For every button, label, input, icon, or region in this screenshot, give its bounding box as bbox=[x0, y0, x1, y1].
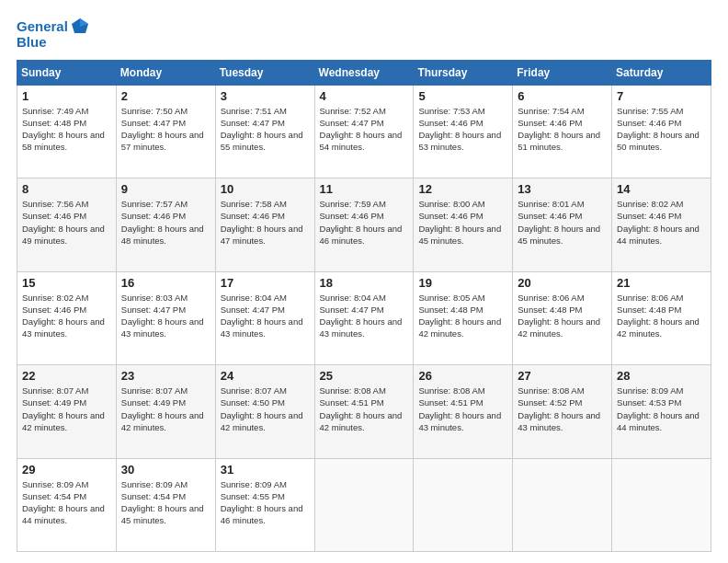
week-row-4: 22Sunrise: 8:07 AMSunset: 4:49 PMDayligh… bbox=[17, 365, 711, 459]
day-detail: Sunrise: 7:57 AMSunset: 4:46 PMDaylight:… bbox=[121, 198, 210, 247]
day-number: 28 bbox=[617, 369, 706, 383]
header: General Blue bbox=[17, 17, 711, 51]
day-number: 21 bbox=[617, 276, 706, 290]
calendar-cell: 23Sunrise: 8:07 AMSunset: 4:49 PMDayligh… bbox=[116, 365, 215, 459]
logo: General Blue bbox=[17, 17, 90, 51]
calendar-cell: 12Sunrise: 8:00 AMSunset: 4:46 PMDayligh… bbox=[414, 178, 513, 272]
day-number: 31 bbox=[221, 463, 310, 477]
calendar-cell: 18Sunrise: 8:04 AMSunset: 4:47 PMDayligh… bbox=[314, 271, 414, 365]
calendar-cell bbox=[513, 458, 612, 552]
calendar-cell bbox=[612, 458, 711, 552]
calendar-cell: 10Sunrise: 7:58 AMSunset: 4:46 PMDayligh… bbox=[215, 178, 314, 272]
day-number: 24 bbox=[221, 369, 310, 383]
calendar-cell: 13Sunrise: 8:01 AMSunset: 4:46 PMDayligh… bbox=[513, 178, 612, 272]
day-number: 15 bbox=[22, 276, 111, 290]
day-detail: Sunrise: 8:09 AMSunset: 4:54 PMDaylight:… bbox=[22, 478, 111, 527]
day-detail: Sunrise: 8:09 AMSunset: 4:55 PMDaylight:… bbox=[221, 478, 310, 527]
logo-text: General bbox=[17, 19, 68, 35]
day-number: 18 bbox=[320, 276, 409, 290]
calendar-page: General Blue SundayMondayTuesdayWednesda… bbox=[0, 0, 728, 563]
weekday-thursday: Thursday bbox=[414, 60, 513, 85]
day-number: 8 bbox=[22, 182, 111, 196]
logo-flag-icon bbox=[70, 17, 90, 37]
day-detail: Sunrise: 8:04 AMSunset: 4:47 PMDaylight:… bbox=[320, 292, 409, 340]
calendar-cell: 6Sunrise: 7:54 AMSunset: 4:46 PMDaylight… bbox=[513, 85, 612, 178]
day-detail: Sunrise: 8:06 AMSunset: 4:48 PMDaylight:… bbox=[617, 292, 706, 340]
weekday-header-row: SundayMondayTuesdayWednesdayThursdayFrid… bbox=[17, 60, 711, 85]
day-number: 25 bbox=[320, 369, 409, 383]
day-number: 26 bbox=[418, 369, 507, 383]
calendar-cell bbox=[414, 458, 513, 552]
calendar-cell: 19Sunrise: 8:05 AMSunset: 4:48 PMDayligh… bbox=[414, 271, 513, 365]
day-number: 4 bbox=[320, 89, 409, 103]
day-detail: Sunrise: 8:01 AMSunset: 4:46 PMDaylight:… bbox=[518, 198, 607, 247]
calendar-cell bbox=[314, 458, 414, 552]
calendar-cell: 24Sunrise: 8:07 AMSunset: 4:50 PMDayligh… bbox=[215, 365, 314, 459]
day-detail: Sunrise: 8:08 AMSunset: 4:52 PMDaylight:… bbox=[518, 385, 607, 433]
day-detail: Sunrise: 7:58 AMSunset: 4:46 PMDaylight:… bbox=[221, 198, 310, 247]
day-number: 9 bbox=[121, 182, 210, 196]
calendar-cell: 26Sunrise: 8:08 AMSunset: 4:51 PMDayligh… bbox=[414, 365, 513, 459]
day-detail: Sunrise: 7:49 AMSunset: 4:48 PMDaylight:… bbox=[22, 105, 111, 154]
day-detail: Sunrise: 7:53 AMSunset: 4:46 PMDaylight:… bbox=[418, 105, 507, 154]
calendar-cell: 25Sunrise: 8:08 AMSunset: 4:51 PMDayligh… bbox=[314, 365, 414, 459]
day-detail: Sunrise: 8:02 AMSunset: 4:46 PMDaylight:… bbox=[22, 292, 111, 340]
calendar-cell: 14Sunrise: 8:02 AMSunset: 4:46 PMDayligh… bbox=[612, 178, 711, 272]
day-number: 2 bbox=[121, 89, 210, 103]
calendar-cell: 22Sunrise: 8:07 AMSunset: 4:49 PMDayligh… bbox=[17, 365, 117, 459]
day-number: 23 bbox=[121, 369, 210, 383]
weekday-sunday: Sunday bbox=[17, 60, 117, 85]
calendar-cell: 16Sunrise: 8:03 AMSunset: 4:47 PMDayligh… bbox=[116, 271, 215, 365]
week-row-1: 1Sunrise: 7:49 AMSunset: 4:48 PMDaylight… bbox=[17, 85, 711, 178]
day-detail: Sunrise: 7:55 AMSunset: 4:46 PMDaylight:… bbox=[617, 105, 706, 154]
calendar-cell: 4Sunrise: 7:52 AMSunset: 4:47 PMDaylight… bbox=[314, 85, 414, 178]
day-number: 5 bbox=[418, 89, 507, 103]
calendar-cell: 7Sunrise: 7:55 AMSunset: 4:46 PMDaylight… bbox=[612, 85, 711, 178]
calendar-cell: 31Sunrise: 8:09 AMSunset: 4:55 PMDayligh… bbox=[215, 458, 314, 552]
day-number: 17 bbox=[221, 276, 310, 290]
calendar-cell: 1Sunrise: 7:49 AMSunset: 4:48 PMDaylight… bbox=[17, 85, 117, 178]
calendar-cell: 29Sunrise: 8:09 AMSunset: 4:54 PMDayligh… bbox=[17, 458, 117, 552]
day-number: 6 bbox=[518, 89, 607, 103]
day-number: 1 bbox=[22, 89, 111, 103]
day-number: 12 bbox=[418, 182, 507, 196]
day-number: 16 bbox=[121, 276, 210, 290]
calendar-table: SundayMondayTuesdayWednesdayThursdayFrid… bbox=[17, 60, 711, 553]
calendar-cell: 28Sunrise: 8:09 AMSunset: 4:53 PMDayligh… bbox=[612, 365, 711, 459]
calendar-cell: 2Sunrise: 7:50 AMSunset: 4:47 PMDaylight… bbox=[116, 85, 215, 178]
weekday-monday: Monday bbox=[116, 60, 215, 85]
day-detail: Sunrise: 8:05 AMSunset: 4:48 PMDaylight:… bbox=[418, 292, 507, 340]
calendar-cell: 20Sunrise: 8:06 AMSunset: 4:48 PMDayligh… bbox=[513, 271, 612, 365]
day-number: 14 bbox=[617, 182, 706, 196]
day-number: 27 bbox=[518, 369, 607, 383]
week-row-3: 15Sunrise: 8:02 AMSunset: 4:46 PMDayligh… bbox=[17, 271, 711, 365]
day-number: 11 bbox=[320, 182, 409, 196]
calendar-cell: 30Sunrise: 8:09 AMSunset: 4:54 PMDayligh… bbox=[116, 458, 215, 552]
calendar-cell: 9Sunrise: 7:57 AMSunset: 4:46 PMDaylight… bbox=[116, 178, 215, 272]
calendar-cell: 21Sunrise: 8:06 AMSunset: 4:48 PMDayligh… bbox=[612, 271, 711, 365]
day-detail: Sunrise: 8:06 AMSunset: 4:48 PMDaylight:… bbox=[518, 292, 607, 340]
day-number: 29 bbox=[22, 463, 111, 477]
calendar-cell: 8Sunrise: 7:56 AMSunset: 4:46 PMDaylight… bbox=[17, 178, 117, 272]
day-number: 30 bbox=[121, 463, 210, 477]
day-detail: Sunrise: 7:54 AMSunset: 4:46 PMDaylight:… bbox=[518, 105, 607, 154]
day-detail: Sunrise: 8:09 AMSunset: 4:53 PMDaylight:… bbox=[617, 385, 706, 433]
day-detail: Sunrise: 8:09 AMSunset: 4:54 PMDaylight:… bbox=[121, 478, 210, 527]
calendar-cell: 5Sunrise: 7:53 AMSunset: 4:46 PMDaylight… bbox=[414, 85, 513, 178]
day-detail: Sunrise: 7:52 AMSunset: 4:47 PMDaylight:… bbox=[320, 105, 409, 154]
day-number: 10 bbox=[221, 182, 310, 196]
day-number: 22 bbox=[22, 369, 111, 383]
calendar-cell: 17Sunrise: 8:04 AMSunset: 4:47 PMDayligh… bbox=[215, 271, 314, 365]
day-number: 13 bbox=[518, 182, 607, 196]
calendar-cell: 27Sunrise: 8:08 AMSunset: 4:52 PMDayligh… bbox=[513, 365, 612, 459]
calendar-cell: 11Sunrise: 7:59 AMSunset: 4:46 PMDayligh… bbox=[314, 178, 414, 272]
calendar-cell: 3Sunrise: 7:51 AMSunset: 4:47 PMDaylight… bbox=[215, 85, 314, 178]
day-detail: Sunrise: 7:59 AMSunset: 4:46 PMDaylight:… bbox=[320, 198, 409, 247]
calendar-cell: 15Sunrise: 8:02 AMSunset: 4:46 PMDayligh… bbox=[17, 271, 117, 365]
day-number: 20 bbox=[518, 276, 607, 290]
weekday-friday: Friday bbox=[513, 60, 612, 85]
day-detail: Sunrise: 8:08 AMSunset: 4:51 PMDaylight:… bbox=[320, 385, 409, 433]
week-row-2: 8Sunrise: 7:56 AMSunset: 4:46 PMDaylight… bbox=[17, 178, 711, 272]
day-detail: Sunrise: 8:08 AMSunset: 4:51 PMDaylight:… bbox=[418, 385, 507, 433]
logo-blue: Blue bbox=[17, 35, 90, 51]
